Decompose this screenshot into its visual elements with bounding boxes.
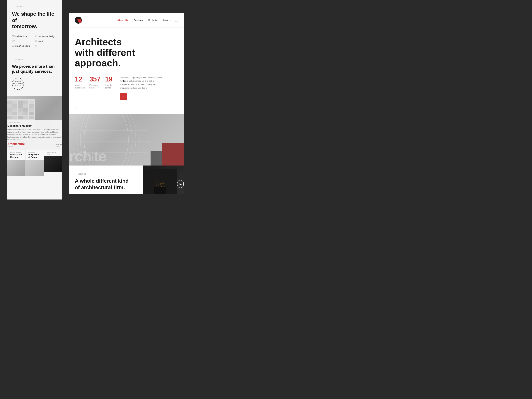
- small-card-3[interactable]: Tseung, Hong Kong: [44, 150, 62, 176]
- project-description: Moesgaard Museum is a popular destinatio…: [7, 128, 62, 141]
- stat-number-awards: 19: [105, 76, 113, 82]
- svg-point-18: [158, 179, 158, 180]
- nav-link-services[interactable]: Services: [133, 19, 143, 22]
- nav-link-about[interactable]: About Us: [117, 19, 128, 22]
- service-num: 03/: [12, 40, 15, 42]
- svg-point-17: [163, 180, 163, 180]
- right-panel: About Us Services Projects Awards Archit…: [69, 13, 184, 194]
- nav-link-projects[interactable]: Projects: [148, 19, 157, 22]
- stat-desc-properties: Propetiesbuild: [89, 84, 101, 89]
- service-item-4[interactable]: 04/ interior: [35, 40, 57, 43]
- svg-point-26: [154, 182, 155, 182]
- nav-links: About Us Services Projects Awards: [117, 19, 171, 22]
- project-name: Moesgaard Museum: [7, 124, 62, 127]
- small-card-location-1: Aarhus, Denmark: [10, 152, 23, 153]
- hero-headline: Architects with different approach.: [75, 37, 178, 69]
- arch-text-overlay: rchite: [69, 149, 106, 164]
- small-card-2[interactable]: Reykjavik, Harpa Hall & Center: [25, 150, 44, 176]
- video-section: ▶: [143, 165, 184, 194]
- project-area-stat: 16k m² Area: [56, 143, 62, 148]
- project-stats: Architecture Service 16k m² Area: [7, 142, 62, 148]
- featured-stamp: ★ ★ ★FEATURED★ ★ ★: [12, 78, 24, 90]
- play-button[interactable]: ▶: [177, 180, 184, 188]
- projects-title: We provide more than just quality servic…: [12, 64, 57, 74]
- down-arrow-section: ↓: [69, 106, 184, 114]
- small-card-image-3: [44, 156, 62, 172]
- nav-link-awards[interactable]: Awards: [163, 19, 171, 22]
- hero-description: Founded in Copenhagen with offices world…: [118, 76, 178, 101]
- area-label: Area: [56, 146, 62, 148]
- hamburger-line-2: [174, 20, 178, 20]
- stat-desc-years: Yearsexperience: [75, 84, 85, 89]
- small-card-header-3: Tseung, Hong Kong: [44, 150, 62, 156]
- small-card-1[interactable]: Aarhus, Denmark Moesgaard Museum: [7, 150, 25, 176]
- service-label: Service: [7, 146, 25, 148]
- service-num: 04/: [35, 40, 37, 42]
- about-short-text: Founded in Copenhagen with offices world…: [120, 76, 164, 90]
- service-item-2[interactable]: 02/ landscape design: [35, 35, 57, 38]
- service-num: 06/: [35, 45, 37, 47]
- hero-arrow-button[interactable]: ›: [120, 93, 127, 100]
- small-card-location-2: Reykjavik,: [28, 152, 41, 153]
- stat-properties: 357 Propetiesbuild: [89, 76, 101, 101]
- dark-overlay-block: [151, 151, 162, 165]
- service-name: interior: [38, 40, 45, 43]
- svg-point-19: [165, 183, 165, 184]
- service-item-6[interactable]: 06/: [35, 45, 57, 47]
- small-card-name-1: Moesgaard Museum: [10, 153, 23, 159]
- project-card-large[interactable]: Aarhus, Denmark Moesgaard Museum Moesgaa…: [7, 96, 62, 150]
- stat-awards: 19 Awardsgained: [105, 76, 113, 101]
- svg-point-25: [166, 181, 166, 181]
- small-card-image-1: [7, 160, 25, 176]
- hamburger-line-3: [174, 21, 178, 21]
- about-headline: A whole different kind of architectural …: [75, 178, 138, 191]
- hamburger-line-1: [174, 19, 178, 19]
- arrow-right-icon: ›: [123, 95, 124, 98]
- projects-section: projects We provide more than just quali…: [7, 55, 62, 96]
- about-section-wrapper: — about us A whole different kind of arc…: [69, 165, 184, 194]
- stat-years: 12 Yearsexperience: [75, 76, 85, 101]
- logo: [75, 17, 82, 24]
- stat-desc-awards: Awardsgained: [105, 84, 113, 89]
- project-location: Aarhus, Denmark: [7, 122, 62, 124]
- hamburger-menu[interactable]: [174, 19, 178, 21]
- small-card-header-2: Reykjavik, Harpa Hall & Center: [26, 150, 44, 160]
- arch-image-section: rchite: [69, 114, 184, 165]
- left-hero-title: We shape the life of tomorrow.: [12, 11, 57, 30]
- about-label: — about us: [75, 173, 138, 175]
- service-num: 01/: [12, 35, 15, 37]
- projects-label: projects: [12, 58, 57, 61]
- small-card-header-1: Aarhus, Denmark Moesgaard Museum: [7, 150, 25, 160]
- project-service-stat: Architecture Service: [7, 142, 25, 148]
- hero-section: Architects with different approach. 12 Y…: [69, 27, 184, 106]
- service-item-5[interactable]: 05/ graphic design: [12, 45, 35, 47]
- navbar: About Us Services Projects Awards: [69, 13, 184, 27]
- service-value: Architecture: [7, 142, 25, 146]
- left-panel: services We shape the life of tomorrow. …: [7, 0, 62, 200]
- stat-number-years: 12: [75, 76, 85, 82]
- small-card-location-3: Tseung, Hong Kong: [47, 152, 59, 155]
- stats-row: 12 Yearsexperience 357 Propetiesbuild 19…: [75, 76, 113, 101]
- down-arrow-icon[interactable]: ↓: [75, 106, 77, 110]
- arch-background: rchite: [69, 114, 184, 165]
- service-num: 05/: [12, 45, 15, 47]
- featured-stamp-text: ★ ★ ★FEATURED★ ★ ★: [13, 81, 23, 87]
- play-icon: ▶: [180, 182, 182, 186]
- service-item-3[interactable]: 03/: [12, 40, 35, 43]
- service-name: landscape design: [38, 35, 55, 38]
- video-thumbnail: ▶: [143, 165, 184, 194]
- red-overlay-block: [162, 143, 184, 165]
- project-info-overlay: Aarhus, Denmark Moesgaard Museum Moesgaa…: [7, 120, 62, 150]
- services-section: services We shape the life of tomorrow. …: [7, 0, 62, 55]
- svg-rect-28: [154, 187, 166, 194]
- small-card-name-2: Harpa Hall & Center: [28, 153, 41, 159]
- service-item-1[interactable]: 01/ architecture: [12, 35, 35, 38]
- stats-and-description: 12 Yearsexperience 357 Propetiesbuild 19…: [75, 76, 178, 101]
- stat-number-properties: 357: [89, 76, 101, 82]
- services-grid: 01/ architecture 02/ landscape design 03…: [12, 35, 57, 47]
- service-num: 02/: [35, 35, 37, 37]
- services-label: services: [12, 6, 57, 7]
- video-bg-svg: [143, 165, 177, 194]
- svg-point-20: [156, 185, 157, 186]
- small-card-image-2: [26, 160, 44, 176]
